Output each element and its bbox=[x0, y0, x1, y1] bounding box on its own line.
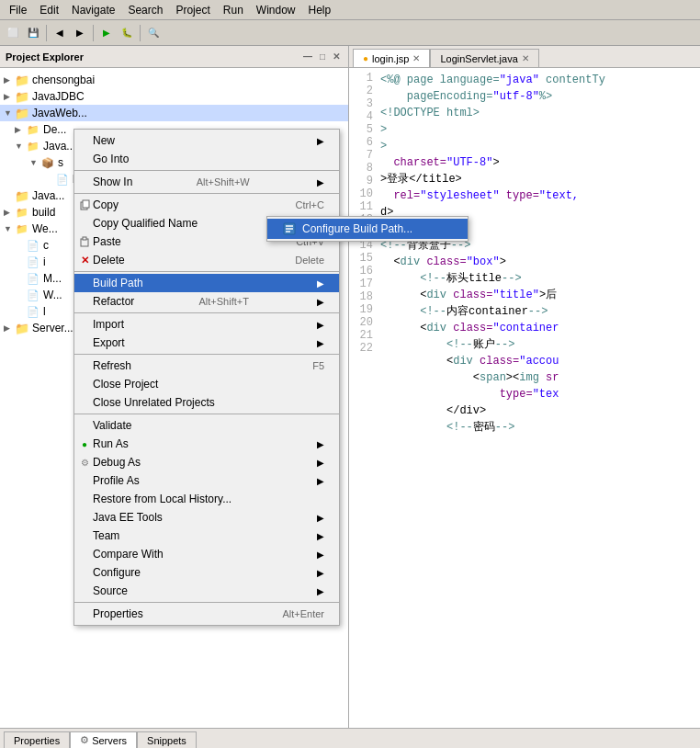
file-icon: 📄 bbox=[55, 172, 70, 187]
toolbar-run[interactable]: ▶ bbox=[97, 24, 116, 42]
ctx-delete-shortcut: Delete bbox=[295, 255, 324, 266]
project-icon: 📁 bbox=[15, 106, 29, 120]
bottom-panel: Properties ⚙ Servers Snippets t v8.5 Ser… bbox=[0, 728, 700, 748]
ctx-export[interactable]: Export ▶ bbox=[74, 334, 339, 352]
tree-label: chensongbai bbox=[32, 74, 95, 86]
tree-arrow: ▼ bbox=[4, 224, 15, 233]
ctx-configure-arrow: ▶ bbox=[317, 568, 324, 578]
tab-login-jsp[interactable]: ● login.jsp ✕ bbox=[353, 49, 430, 67]
ctx-compare-with[interactable]: Compare With ▶ bbox=[74, 545, 339, 563]
ctx-build-path[interactable]: Build Path ▶ bbox=[74, 274, 339, 292]
ctx-restore[interactable]: Restore from Local History... bbox=[74, 490, 339, 508]
ctx-export-label: Export bbox=[93, 336, 125, 349]
tree-label: s bbox=[58, 156, 63, 169]
configure-build-path-icon bbox=[282, 221, 297, 236]
svg-rect-3 bbox=[83, 237, 86, 240]
tree-label: De... bbox=[43, 123, 66, 136]
toolbar-new[interactable]: ⬜ bbox=[4, 24, 22, 42]
ctx-validate[interactable]: Validate bbox=[74, 416, 339, 435]
ctx-close-unrelated[interactable]: Close Unrelated Projects bbox=[74, 393, 339, 412]
bottom-tab-properties-label: Properties bbox=[14, 735, 60, 746]
tree-label: build bbox=[32, 206, 55, 219]
menu-project[interactable]: Project bbox=[170, 2, 215, 18]
ctx-team[interactable]: Team ▶ bbox=[74, 527, 339, 545]
ctx-source[interactable]: Source ▶ bbox=[74, 582, 339, 600]
tree-label: We... bbox=[32, 222, 58, 235]
bottom-tab-servers-label: Servers bbox=[92, 735, 127, 746]
menu-window[interactable]: Window bbox=[251, 2, 301, 18]
submenu-configure-build-path[interactable]: Configure Build Path... bbox=[267, 219, 468, 239]
ctx-build-path-label: Build Path bbox=[93, 277, 143, 289]
tree-item-chensongbai[interactable]: ▶ 📁 chensongbai bbox=[0, 72, 348, 88]
tab-login-servlet[interactable]: LoginServlet.java ✕ bbox=[430, 49, 538, 67]
tab-login-servlet-close[interactable]: ✕ bbox=[522, 53, 529, 63]
bottom-tab-servers[interactable]: ⚙ Servers bbox=[70, 731, 137, 748]
svg-rect-1 bbox=[83, 200, 89, 208]
toolbar-save[interactable]: 💾 bbox=[24, 24, 42, 42]
ctx-go-into[interactable]: Go Into bbox=[74, 150, 339, 168]
menu-search[interactable]: Search bbox=[122, 2, 168, 18]
panel-maximize[interactable]: □ bbox=[317, 51, 328, 62]
ctx-paste-label: Paste bbox=[93, 235, 121, 248]
ctx-sep-5 bbox=[74, 354, 339, 355]
tree-label: W... bbox=[43, 289, 62, 301]
ctx-import-label: Import bbox=[93, 318, 124, 331]
project-explorer: Project Explorer — □ ✕ ▶ 📁 chensongbai ▶… bbox=[0, 46, 349, 728]
tree-label: JavaJDBC bbox=[32, 90, 85, 103]
ctx-show-in-arrow: ▶ bbox=[317, 177, 324, 187]
ctx-copy-shortcut: Ctrl+C bbox=[296, 199, 324, 210]
panel-header-buttons: — □ ✕ bbox=[300, 51, 343, 62]
panel-close[interactable]: ✕ bbox=[330, 51, 343, 62]
bottom-tab-snippets[interactable]: Snippets bbox=[137, 731, 197, 748]
ctx-show-in[interactable]: Show In Alt+Shift+W ▶ bbox=[74, 173, 339, 191]
code-content[interactable]: <%@ page language="java" contentTy pageE… bbox=[380, 72, 696, 724]
tree-label: Java... bbox=[32, 189, 64, 202]
ctx-sep-6 bbox=[74, 414, 339, 414]
toolbar: ⬜ 💾 ◀ ▶ ▶ 🐛 🔍 bbox=[0, 20, 700, 46]
project-explorer-header: Project Explorer — □ ✕ bbox=[0, 46, 348, 68]
ctx-copy[interactable]: Copy Ctrl+C bbox=[74, 196, 339, 214]
panel-minimize[interactable]: — bbox=[300, 51, 315, 62]
ctx-run-as[interactable]: ● Run As ▶ bbox=[74, 435, 339, 453]
menu-navigate[interactable]: Navigate bbox=[66, 2, 120, 18]
ctx-close-project-label: Close Project bbox=[93, 378, 158, 391]
ctx-team-label: Team bbox=[93, 529, 119, 542]
tree-item-javaweb[interactable]: ▼ 📁 JavaWeb... bbox=[0, 105, 348, 121]
tree-arrow: ▼ bbox=[15, 142, 26, 151]
folder-icon: 📁 bbox=[15, 205, 29, 220]
toolbar-debug[interactable]: 🐛 bbox=[118, 24, 136, 42]
ctx-import[interactable]: Import ▶ bbox=[74, 315, 339, 334]
ctx-new[interactable]: New ▶ bbox=[74, 131, 339, 150]
menu-run[interactable]: Run bbox=[218, 2, 249, 18]
tab-login-jsp-close[interactable]: ✕ bbox=[412, 53, 420, 63]
tree-label: l bbox=[43, 305, 46, 318]
menu-file[interactable]: File bbox=[4, 2, 32, 18]
toolbar-back[interactable]: ◀ bbox=[51, 24, 69, 42]
ctx-profile-as[interactable]: Profile As ▶ bbox=[74, 471, 339, 490]
toolbar-fwd[interactable]: ▶ bbox=[71, 24, 89, 42]
ctx-close-project[interactable]: Close Project bbox=[74, 375, 339, 393]
project-icon: 📁 bbox=[15, 73, 29, 87]
bottom-tab-properties[interactable]: Properties bbox=[4, 731, 70, 748]
tab-login-jsp-icon: ● bbox=[363, 53, 368, 63]
ctx-sep-1 bbox=[74, 170, 339, 171]
ctx-properties[interactable]: Properties Alt+Enter bbox=[74, 605, 339, 623]
ctx-delete[interactable]: ✕ Delete Delete bbox=[74, 251, 339, 269]
menu-edit[interactable]: Edit bbox=[34, 2, 64, 18]
ctx-refresh[interactable]: Refresh F5 bbox=[74, 357, 339, 375]
ctx-new-label: New bbox=[93, 134, 115, 147]
build-path-submenu: Configure Build Path... bbox=[266, 216, 469, 242]
project-icon: 📁 bbox=[15, 321, 29, 335]
ctx-configure[interactable]: Configure ▶ bbox=[74, 563, 339, 582]
ctx-refactor[interactable]: Refactor Alt+Shift+T ▶ bbox=[74, 292, 339, 311]
folder-icon: 📁 bbox=[26, 139, 40, 153]
file-icon: 📄 bbox=[26, 304, 40, 319]
menu-help[interactable]: Help bbox=[303, 2, 337, 18]
ctx-java-ee-tools[interactable]: Java EE Tools ▶ bbox=[74, 508, 339, 527]
ctx-debug-as[interactable]: ⚙ Debug As ▶ bbox=[74, 453, 339, 471]
toolbar-search[interactable]: 🔍 bbox=[144, 24, 163, 42]
copy-icon bbox=[78, 199, 91, 210]
debug-as-icon: ⚙ bbox=[78, 458, 91, 468]
ctx-validate-label: Validate bbox=[93, 419, 131, 432]
tree-item-javajdbc[interactable]: ▶ 📁 JavaJDBC bbox=[0, 88, 348, 105]
